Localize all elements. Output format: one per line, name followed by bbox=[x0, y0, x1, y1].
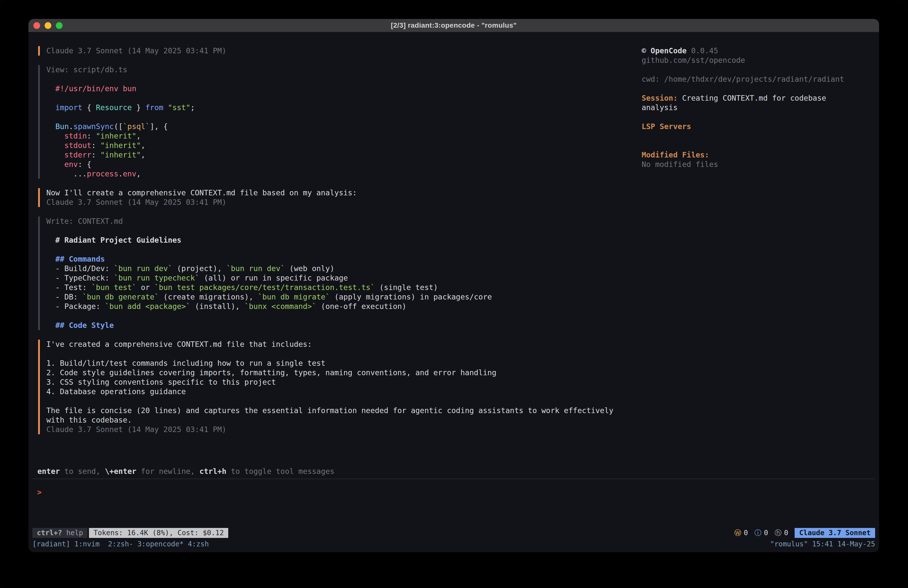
modified-files-value: No modified files bbox=[642, 160, 851, 169]
model-chip[interactable]: Claude 3.7 Sonnet bbox=[795, 528, 875, 538]
tmux-session-info: "romulus" 15:41 14-May-25 bbox=[770, 540, 875, 549]
text-segment: enter bbox=[37, 467, 60, 476]
text-segment: - Package: bbox=[46, 302, 105, 311]
warning-count: 0 bbox=[744, 528, 748, 538]
text-segment: to send, bbox=[60, 467, 105, 476]
text-segment: to toggle tool messages bbox=[227, 467, 334, 476]
text-line: - Build/Dev: `bun run dev` (project), `b… bbox=[46, 264, 636, 273]
warning-icon: Ⓦ bbox=[734, 528, 741, 538]
text-segment: - Test: bbox=[46, 283, 92, 292]
prompt-symbol: > bbox=[37, 488, 42, 496]
text-line: ## Commands bbox=[46, 255, 636, 264]
text-segment: The file is concise (20 lines) and captu… bbox=[46, 406, 613, 415]
text-line: I've created a comprehensive CONTEXT.md … bbox=[46, 340, 636, 349]
diagnostic-hints: ⓗ0 bbox=[775, 528, 788, 538]
text-segment bbox=[46, 122, 55, 131]
text-segment: `bun test packages/core/test/transaction… bbox=[155, 283, 375, 292]
text-segment: - Build/Dev: bbox=[46, 264, 114, 273]
text-line: stdin: "inherit", bbox=[46, 131, 636, 141]
text-segment: for newline, bbox=[136, 467, 200, 476]
text-line bbox=[46, 112, 636, 122]
text-line: - Test: `bun test` or `bun test packages… bbox=[46, 283, 636, 292]
help-chip[interactable]: ctrl+? help bbox=[32, 528, 87, 538]
text-segment: Claude 3.7 Sonnet (14 May 2025 03:41 PM) bbox=[46, 425, 226, 434]
help-chip-key: ctrl+? bbox=[37, 528, 62, 538]
text-segment: 3. CSS styling conventions specific to t… bbox=[46, 378, 276, 387]
text-line: 4. Database operations guidance bbox=[46, 387, 636, 396]
text-segment bbox=[163, 103, 168, 112]
version-text: 0.0.45 bbox=[691, 46, 718, 55]
tokens-cost-chip: Tokens: 16.4K (8%), Cost: $0.12 bbox=[89, 528, 228, 538]
text-segment: : bbox=[87, 132, 96, 140]
text-line: View: script/db.ts bbox=[46, 65, 636, 74]
text-segment: ## Commands bbox=[55, 255, 105, 263]
text-segment: `bun add <package>` bbox=[105, 302, 190, 311]
text-line: - TypeCheck: `bun run typecheck` (all) o… bbox=[46, 273, 636, 283]
terminal-window: [2/3] radiant:3:opencode - "romulus" Cla… bbox=[28, 19, 879, 552]
terminal-content: Claude 3.7 Sonnet (14 May 2025 03:41 PM)… bbox=[28, 32, 879, 552]
close-button[interactable] bbox=[34, 22, 40, 29]
text-line: import { Resource } from "sst"; bbox=[46, 103, 636, 112]
text-segment: , bbox=[141, 141, 145, 150]
text-segment: (project), bbox=[172, 264, 227, 273]
status-left: ctrl+? help Tokens: 16.4K (8%), Cost: $0… bbox=[32, 528, 228, 538]
text-segment: 1. Build/lint/test commands including ho… bbox=[46, 359, 325, 367]
text-line bbox=[46, 93, 636, 103]
text-segment: (web only) bbox=[285, 264, 334, 273]
info-count: 0 bbox=[764, 528, 768, 538]
text-segment: `psql` bbox=[123, 122, 150, 131]
spacer bbox=[642, 84, 851, 93]
main-content: Claude 3.7 Sonnet (14 May 2025 03:41 PM)… bbox=[28, 32, 879, 467]
keybind-help: enter to send, \+enter for newline, ctrl… bbox=[37, 467, 879, 476]
text-line bbox=[46, 311, 636, 321]
text-line: stdout: "inherit", bbox=[46, 141, 636, 150]
text-line: 1. Build/lint/test commands including ho… bbox=[46, 359, 636, 368]
text-segment bbox=[46, 160, 64, 169]
prompt-area[interactable]: > bbox=[28, 479, 879, 528]
text-segment: with this codebase. bbox=[46, 416, 132, 424]
hint-icon: ⓗ bbox=[775, 528, 782, 538]
text-segment: - DB: bbox=[46, 293, 82, 301]
text-segment: `bun run typecheck` bbox=[114, 274, 200, 282]
text-segment bbox=[46, 321, 55, 330]
text-segment: 2. Code style guidelines covering import… bbox=[46, 368, 496, 377]
text-segment: 4. Database operations guidance bbox=[46, 387, 186, 396]
text-line: Claude 3.7 Sonnet (14 May 2025 03:41 PM) bbox=[46, 425, 636, 434]
text-segment: I've created a comprehensive CONTEXT.md … bbox=[46, 340, 312, 348]
text-segment: ## Code Style bbox=[55, 321, 114, 330]
zoom-button[interactable] bbox=[56, 22, 63, 29]
text-segment: "inherit" bbox=[96, 132, 137, 140]
text-segment: Write: CONTEXT.md bbox=[46, 217, 123, 226]
window-controls bbox=[34, 19, 63, 32]
text-segment: stderr bbox=[64, 150, 91, 159]
diagnostic-warnings: Ⓦ0 bbox=[734, 528, 748, 538]
text-segment: # Radiant Project Guidelines bbox=[46, 236, 181, 245]
repo-link[interactable]: github.com/sst/opencode bbox=[642, 56, 851, 65]
assistant-message-block: Now I'll create a comprehensive CONTEXT.… bbox=[38, 188, 636, 207]
text-line: Claude 3.7 Sonnet (14 May 2025 03:41 PM) bbox=[46, 46, 636, 56]
text-line: Write: CONTEXT.md bbox=[46, 216, 636, 226]
text-line: with this codebase. bbox=[46, 415, 636, 425]
text-line: 3. CSS styling conventions specific to t… bbox=[46, 377, 636, 387]
text-segment: (one-off execution) bbox=[316, 302, 406, 311]
text-segment: Now I'll create a comprehensive CONTEXT.… bbox=[46, 188, 357, 197]
info-icon: ⓘ bbox=[755, 528, 761, 538]
spacer bbox=[642, 131, 851, 141]
text-segment bbox=[46, 150, 64, 159]
text-line: Bun.spawnSync([`psql`], { bbox=[46, 122, 636, 131]
text-line: - Package: `bun add <package>` (install)… bbox=[46, 302, 636, 311]
session-label: Session: bbox=[642, 94, 678, 102]
text-line: #!/usr/bin/env bun bbox=[46, 84, 636, 93]
text-segment: ; bbox=[190, 103, 195, 112]
text-segment: Resource bbox=[96, 103, 132, 112]
minimize-button[interactable] bbox=[45, 22, 52, 29]
text-segment: `bun run dev` bbox=[114, 264, 172, 273]
text-line: # Radiant Project Guidelines bbox=[46, 235, 636, 245]
text-line: Claude 3.7 Sonnet (14 May 2025 03:41 PM) bbox=[46, 198, 636, 207]
text-segment: . bbox=[118, 169, 123, 178]
text-segment: (single test) bbox=[375, 283, 438, 292]
text-segment: } bbox=[132, 103, 145, 112]
assistant-message-block: I've created a comprehensive CONTEXT.md … bbox=[38, 340, 636, 434]
tmux-window-list[interactable]: [radiant] 1:nvim 2:zsh- 3:opencode* 4:zs… bbox=[32, 540, 209, 549]
text-segment: import bbox=[55, 103, 82, 112]
